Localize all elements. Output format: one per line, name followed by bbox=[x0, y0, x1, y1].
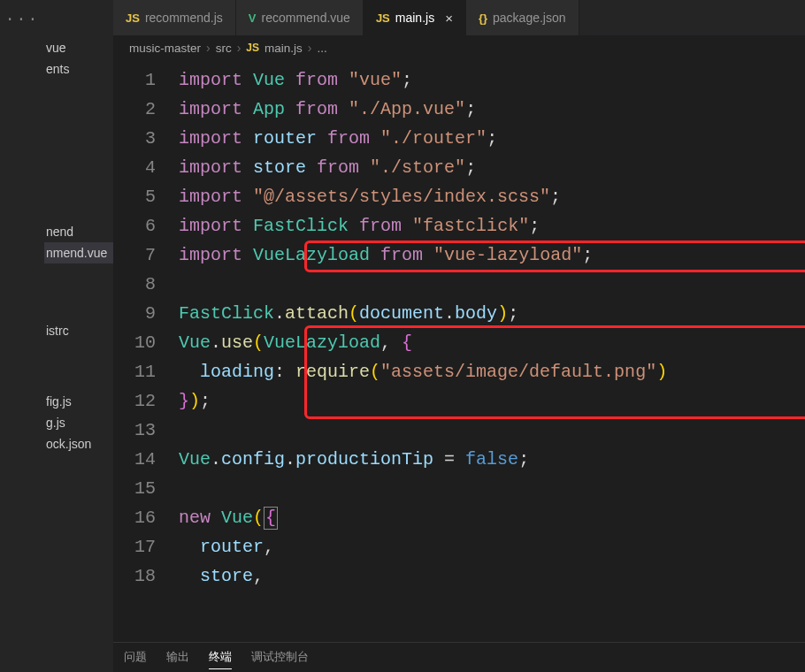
line-number: 13 bbox=[113, 416, 156, 445]
editor-tab[interactable]: {}package.json bbox=[466, 0, 579, 35]
explorer-panel: vueentsnendnmend.vueistrcfig.jsg.jsock.j… bbox=[44, 0, 113, 672]
tab-label: main.js bbox=[395, 11, 434, 25]
breadcrumb-item[interactable]: ... bbox=[317, 42, 326, 55]
code-line[interactable]: }); bbox=[179, 386, 805, 416]
line-number: 15 bbox=[113, 474, 156, 503]
line-number: 18 bbox=[113, 561, 156, 591]
code-line[interactable] bbox=[179, 474, 805, 503]
editor-tab[interactable]: JSrecommend.js bbox=[113, 0, 236, 35]
explorer-item[interactable]: g.js bbox=[44, 412, 113, 433]
line-number: 9 bbox=[113, 299, 156, 328]
line-number: 6 bbox=[113, 211, 156, 241]
explorer-item[interactable]: istrc bbox=[44, 320, 113, 341]
explorer-item[interactable]: nend bbox=[44, 221, 113, 242]
chevron-right-icon: › bbox=[308, 41, 312, 55]
bottom-panel-tabs: 问题输出终端调试控制台 bbox=[113, 642, 805, 672]
close-icon[interactable]: × bbox=[445, 11, 453, 26]
line-number: 10 bbox=[113, 328, 156, 357]
tab-bar: JSrecommend.jsVrecommend.vueJSmain.js×{}… bbox=[113, 0, 805, 35]
code-line[interactable]: import router from "./router"; bbox=[179, 124, 805, 153]
code-editor[interactable]: 123456789101112131415161718 import Vue f… bbox=[113, 60, 805, 642]
editor-area: JSrecommend.jsVrecommend.vueJSmain.js×{}… bbox=[113, 0, 805, 672]
js-file-icon: JS bbox=[126, 11, 140, 25]
code-line[interactable]: import App from "./App.vue"; bbox=[179, 95, 805, 124]
line-number: 16 bbox=[113, 503, 156, 532]
cursor: { bbox=[264, 507, 278, 530]
explorer-item[interactable]: vue bbox=[44, 37, 113, 58]
explorer-item[interactable] bbox=[44, 341, 113, 348]
line-number: 8 bbox=[113, 270, 156, 299]
code-line[interactable]: import Vue from "vue"; bbox=[179, 65, 805, 95]
explorer-item[interactable]: nmend.vue bbox=[44, 242, 113, 263]
code-content[interactable]: import Vue from "vue";import App from ".… bbox=[179, 65, 805, 642]
line-number: 1 bbox=[113, 65, 156, 95]
line-number: 3 bbox=[113, 124, 156, 153]
code-line[interactable]: import "@/assets/styles/index.scss"; bbox=[179, 182, 805, 211]
explorer-item[interactable] bbox=[44, 136, 113, 143]
breadcrumb: music-master›src›JSmain.js›... bbox=[113, 35, 805, 60]
line-gutter: 123456789101112131415161718 bbox=[113, 65, 179, 642]
line-number: 14 bbox=[113, 445, 156, 474]
code-line[interactable]: FastClick.attach(document.body); bbox=[179, 299, 805, 328]
breadcrumb-item[interactable]: src bbox=[216, 42, 232, 55]
code-line[interactable] bbox=[179, 270, 805, 299]
line-number: 11 bbox=[113, 357, 156, 386]
js-file-icon: JS bbox=[246, 42, 259, 54]
panel-tab[interactable]: 调试控制台 bbox=[251, 646, 309, 668]
tab-label: package.json bbox=[493, 11, 566, 25]
code-line[interactable]: store, bbox=[179, 561, 805, 591]
code-line[interactable]: router, bbox=[179, 532, 805, 561]
code-line[interactable] bbox=[179, 416, 805, 445]
editor-tab[interactable]: Vrecommend.vue bbox=[236, 0, 364, 35]
panel-tab[interactable]: 问题 bbox=[124, 646, 147, 668]
explorer-item[interactable] bbox=[44, 263, 113, 271]
tab-label: recommend.js bbox=[145, 11, 223, 25]
line-number: 2 bbox=[113, 95, 156, 124]
code-line[interactable]: import VueLazyload from "vue-lazyload"; bbox=[179, 241, 805, 270]
code-line[interactable]: Vue.use(VueLazyload, { bbox=[179, 328, 805, 357]
more-icon[interactable]: ··· bbox=[5, 11, 39, 28]
line-number: 12 bbox=[113, 386, 156, 416]
breadcrumb-item[interactable]: music-master bbox=[129, 42, 201, 55]
code-line[interactable]: import FastClick from "fastclick"; bbox=[179, 211, 805, 241]
chevron-right-icon: › bbox=[206, 41, 211, 55]
panel-tab[interactable]: 输出 bbox=[166, 646, 189, 668]
line-number: 5 bbox=[113, 182, 156, 211]
chevron-right-icon: › bbox=[237, 41, 242, 55]
explorer-item[interactable]: fig.js bbox=[44, 391, 113, 412]
vue-file-icon: V bbox=[249, 11, 257, 25]
explorer-item[interactable]: ock.json bbox=[44, 433, 113, 454]
json-file-icon: {} bbox=[479, 11, 487, 25]
line-number: 7 bbox=[113, 241, 156, 270]
code-line[interactable]: loading: require("assets/image/default.p… bbox=[179, 357, 805, 386]
line-number: 4 bbox=[113, 153, 156, 182]
editor-tab[interactable]: JSmain.js× bbox=[364, 0, 466, 35]
breadcrumb-item[interactable]: main.js bbox=[264, 42, 303, 55]
panel-tab[interactable]: 终端 bbox=[209, 646, 232, 669]
js-file-icon: JS bbox=[376, 11, 390, 25]
code-line[interactable]: new Vue({ bbox=[179, 503, 805, 532]
code-line[interactable]: import store from "./store"; bbox=[179, 153, 805, 182]
tab-label: recommend.vue bbox=[262, 11, 350, 25]
code-line[interactable]: Vue.config.productionTip = false; bbox=[179, 445, 805, 474]
explorer-item[interactable] bbox=[44, 129, 113, 136]
activity-bar: ··· bbox=[0, 0, 44, 672]
explorer-item[interactable]: ents bbox=[44, 58, 113, 80]
line-number: 17 bbox=[113, 532, 156, 561]
